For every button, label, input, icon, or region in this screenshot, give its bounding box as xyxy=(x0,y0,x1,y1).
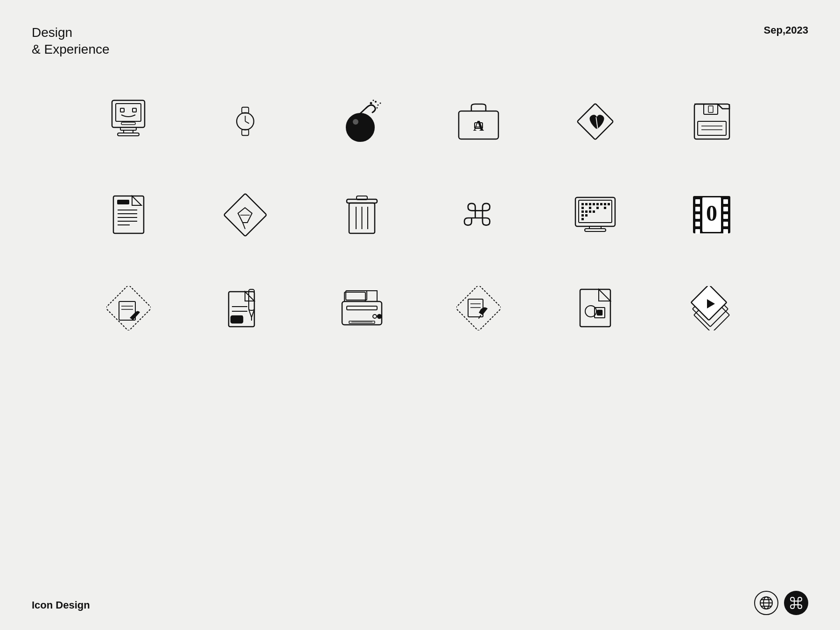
svg-rect-69 xyxy=(581,218,584,220)
font-suitcase-icon: A xyxy=(450,93,506,149)
svg-rect-81 xyxy=(723,222,728,226)
svg-rect-63 xyxy=(581,210,584,213)
svg-rect-76 xyxy=(695,222,700,226)
svg-rect-39 xyxy=(118,200,129,204)
svg-rect-77 xyxy=(695,229,700,234)
trash-can-icon xyxy=(334,187,390,243)
svg-rect-79 xyxy=(723,207,728,211)
svg-rect-71 xyxy=(585,229,606,231)
svg-rect-65 xyxy=(589,210,591,213)
svg-rect-74 xyxy=(695,207,700,211)
icon-row-2: 0 xyxy=(100,187,740,243)
svg-text:A: A xyxy=(473,117,483,134)
svg-rect-105 xyxy=(468,299,483,317)
svg-rect-85 xyxy=(106,286,151,330)
film-strip-zero-icon: 0 xyxy=(684,187,740,243)
svg-rect-99 xyxy=(347,306,377,310)
svg-rect-58 xyxy=(608,203,610,205)
date-label: Sep,2023 xyxy=(764,24,808,36)
svg-rect-95 xyxy=(231,316,243,323)
svg-rect-7 xyxy=(118,133,139,136)
svg-point-18 xyxy=(373,99,374,101)
svg-rect-73 xyxy=(695,199,700,204)
svg-rect-62 xyxy=(604,207,606,209)
pen-tool-outline-icon xyxy=(217,187,273,243)
svg-line-14 xyxy=(360,108,366,113)
design-file-shapes-icon xyxy=(567,280,623,336)
svg-rect-56 xyxy=(600,203,602,205)
svg-rect-3 xyxy=(133,108,136,112)
svg-rect-68 xyxy=(585,214,588,217)
svg-point-16 xyxy=(375,101,377,103)
svg-rect-67 xyxy=(581,214,584,217)
svg-rect-0 xyxy=(112,100,145,127)
svg-rect-57 xyxy=(604,203,606,205)
svg-rect-64 xyxy=(585,210,588,213)
pen-tool-filled-icon xyxy=(567,93,623,149)
svg-rect-28 xyxy=(698,121,726,135)
svg-point-100 xyxy=(373,315,377,318)
document-pen-icon xyxy=(217,280,273,336)
header: Design & Experience xyxy=(32,24,110,58)
page-title: Design & Experience xyxy=(32,24,110,58)
svg-rect-55 xyxy=(596,203,599,205)
svg-point-19 xyxy=(380,102,381,104)
svg-point-101 xyxy=(378,315,381,318)
text-document-icon xyxy=(100,187,156,243)
footer-icons xyxy=(754,591,808,615)
icon-row-3 xyxy=(100,280,740,336)
svg-rect-53 xyxy=(589,203,591,205)
pixel-monitor-icon xyxy=(567,187,623,243)
svg-rect-80 xyxy=(723,214,728,219)
svg-point-13 xyxy=(346,113,374,141)
svg-rect-52 xyxy=(585,203,588,205)
svg-rect-75 xyxy=(695,214,700,219)
footer-label: Icon Design xyxy=(32,599,90,611)
signing-diamond-icon xyxy=(100,280,156,336)
svg-rect-78 xyxy=(723,199,728,204)
icons-grid: A xyxy=(0,93,840,336)
svg-text:0: 0 xyxy=(706,201,717,225)
svg-rect-1 xyxy=(116,104,141,121)
svg-rect-66 xyxy=(593,210,595,213)
watch-icon xyxy=(217,93,273,149)
svg-point-21 xyxy=(353,119,358,125)
fax-machine-icon xyxy=(334,280,390,336)
svg-rect-60 xyxy=(589,207,591,209)
svg-rect-82 xyxy=(723,229,728,234)
svg-rect-104 xyxy=(456,286,501,330)
mac-computer-icon xyxy=(100,93,156,149)
svg-point-20 xyxy=(377,107,378,108)
floppy-disk-icon xyxy=(684,93,740,149)
svg-rect-49 xyxy=(575,197,615,226)
svg-rect-51 xyxy=(581,203,584,205)
svg-rect-54 xyxy=(593,203,595,205)
icon-row-1: A xyxy=(100,93,740,149)
svg-rect-2 xyxy=(120,108,124,112)
svg-rect-61 xyxy=(596,207,599,209)
svg-rect-112 xyxy=(597,310,602,315)
layers-diamond-icon xyxy=(684,280,740,336)
svg-rect-30 xyxy=(708,106,713,112)
svg-point-17 xyxy=(378,104,379,105)
command-key-icon xyxy=(450,187,506,243)
bomb-icon xyxy=(334,93,390,149)
svg-rect-59 xyxy=(581,207,584,209)
signing-paper-hand-icon xyxy=(450,280,506,336)
svg-rect-4 xyxy=(121,122,135,125)
svg-point-15 xyxy=(370,102,372,104)
svg-line-10 xyxy=(245,121,249,124)
globe-icon[interactable] xyxy=(754,591,778,615)
cmd-icon[interactable] xyxy=(784,591,808,615)
